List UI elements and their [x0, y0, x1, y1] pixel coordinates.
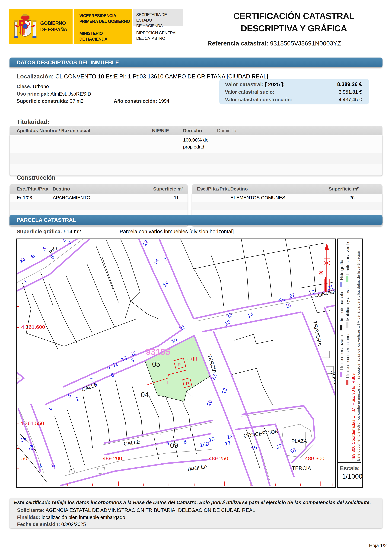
finalidad-label: Finalidad: — [17, 515, 40, 520]
legend-label: Límite de parcela — [339, 292, 344, 323]
logo-gobierno-box: GOBIERNO DE ESPAÑA — [9, 9, 72, 44]
construccion-left-header: Esc./Plta./Prta. Destino Superficie m² — [9, 184, 188, 194]
map-legend-panel: Límite de manzanaLímite de parcelaHidrog… — [337, 239, 363, 488]
map-label: 3 — [48, 406, 53, 413]
finalidad-row: Finalidad: localización bien inmueble em… — [17, 515, 125, 520]
left-row-esc: E/-1/03 — [17, 195, 32, 200]
left-col-esc: Esc./Plta./Prta. — [17, 184, 50, 194]
anio-label: Año construcción: — [114, 98, 157, 104]
section-parcela-title: PARCELA CATASTRAL — [17, 217, 76, 223]
superficie-label: Superficie construida: — [17, 98, 68, 104]
superficie-value: 37 m2 — [70, 98, 84, 104]
dept-line4: DE HACIENDA — [79, 36, 107, 42]
legend-column-a: Límite de manzanaLímite de parcelaHidrog… — [339, 260, 344, 382]
map-label: 489.300 — [305, 455, 324, 461]
map-label: 17 — [224, 440, 231, 447]
map-label: 80 — [18, 256, 26, 264]
vc-suelo-value: 3.951,81 € — [339, 89, 362, 95]
construccion-right-header: Esc./Plta./Prta. Destino Superficie m² — [192, 184, 383, 194]
brand-line1: GOBIERNO — [40, 20, 67, 26]
sub-line1: SECRETARÍA DE ESTADO — [136, 12, 183, 23]
ref-value: 9318505VJ8691N0003YZ — [270, 40, 341, 47]
solicitante-row: Solicitante: AGENCIA ESTATAL DE ADMINIST… — [17, 507, 255, 513]
footer-disclaimer: Este certificado refleja los datos incor… — [14, 500, 371, 505]
page: GOBIERNO DE ESPAÑA VICEPRESIDENCIA PRIME… — [0, 0, 392, 555]
right-col-superficie: Superficie m² — [329, 184, 359, 194]
clase-label: Clase: — [17, 84, 31, 89]
vc-value: 8.389,26 € — [337, 81, 362, 87]
solicitante-label: Solicitante: — [17, 507, 44, 513]
right-row-destino: ELEMENTOS COMUNES — [230, 195, 285, 200]
section-parcela-header: PARCELA CATASTRAL — [9, 215, 383, 225]
map-label: P — [186, 381, 189, 386]
map-label: 16 — [285, 302, 292, 309]
map-label: 15 — [250, 444, 258, 452]
map-label: CONCEPCION — [243, 428, 279, 439]
highlighted-parcel — [145, 336, 210, 401]
map-label: PIO — [48, 245, 58, 255]
section-datos-title: DATOS DESCRIPTIVOS DEL INMUEBLE — [17, 59, 119, 66]
legend-column-b: Límite de construccionesMobiliario y ace… — [345, 242, 350, 390]
anio-value: 1994 — [158, 98, 169, 104]
map-label: 10 — [208, 436, 215, 443]
uso-row: Uso principal: AlmEst.UsoRESID — [17, 91, 91, 97]
map-label: 28 — [289, 447, 297, 454]
dept-line3: MINISTERIO — [79, 31, 107, 36]
title-line2: DESCRIPTIVA Y GRÁFICA — [204, 22, 383, 35]
map-label: 93195 — [146, 347, 170, 357]
map-label: 7 — [22, 279, 29, 285]
map-label: 4.361.600 — [21, 324, 45, 330]
left-row-destino: APARCAMIENTO — [53, 195, 90, 200]
vc-suelo-label: Valor catastral suelo: — [225, 89, 274, 95]
referencia-catastral: Referencia catastral: 9318505VJ8691N0003… — [207, 40, 341, 47]
map-label: 8 — [130, 357, 135, 364]
map-label: 05 — [152, 360, 160, 368]
map-label: 2 — [37, 462, 43, 469]
solicitante-value: AGENCIA ESTATAL DE ADMINISTRACION TRIBUT… — [46, 507, 255, 513]
construccion-heading: Construcción — [17, 174, 56, 181]
map-label: 150 — [18, 455, 27, 461]
uso-value: AlmEst.UsoRESID — [50, 91, 91, 97]
catastro-box: DIRECCIÓN GENERAL DEL CATASTRO — [133, 27, 183, 44]
superficie-row: Superficie construida: 37 m2 — [17, 98, 84, 104]
localizacion-label: Localización: — [17, 73, 54, 80]
vc-construccion-value: 4.437,45 € — [339, 97, 362, 102]
spain-coat-of-arms-icon — [13, 12, 37, 41]
clase-value: Urbano — [33, 84, 49, 89]
legend-label: Límite de construcciones — [345, 333, 350, 378]
col-derecho: Derecho — [183, 126, 202, 135]
escala-box: Escala: 1/1000 — [338, 462, 361, 487]
map-label: TANILLA — [186, 463, 208, 473]
vc-year: [ 2025 ]: — [265, 81, 285, 87]
map-label: 09 — [170, 441, 178, 449]
document-title: CERTIFICACIÓN CATASTRAL DESCRIPTIVA Y GR… — [204, 10, 383, 35]
map-label: N — [318, 270, 325, 275]
titularidad-body: 100,00% de propiedad — [9, 135, 383, 175]
map-label: 2 — [75, 395, 80, 402]
left-row-superficie: 11 — [174, 195, 179, 200]
left-col-destino: Destino — [53, 184, 70, 194]
finalidad-value: localización bien inmueble embargado — [42, 515, 125, 520]
map-label: 13 — [20, 436, 27, 443]
clase-row: Clase: Urbano — [17, 84, 49, 89]
map-label: P — [178, 362, 181, 367]
fecha-value: 03/02/2025 — [61, 522, 86, 527]
map-label: PLAZA — [292, 438, 307, 444]
uso-label: Uso principal: — [17, 91, 50, 97]
map-label: 4 — [41, 246, 48, 252]
vc-construccion-label: Valor catastral construcción: — [225, 97, 292, 102]
parcela-nota: Parcela con varios inmuebles [division h… — [120, 228, 234, 234]
page-number: Hoja 1/2 — [369, 543, 387, 548]
col-nif: NIF/NIE — [152, 126, 169, 135]
map-label: 4.361.550 — [20, 420, 44, 426]
legend-label: Mobiliario y aceras — [345, 286, 350, 321]
map-label: TERCIA — [292, 465, 311, 471]
superficie-grafica-value: 514 m2 — [64, 228, 81, 234]
legend-swatch — [346, 322, 349, 328]
legend-swatch — [346, 276, 349, 282]
anio-row: Año construcción: 1994 — [114, 98, 169, 104]
map-label: 23 — [225, 312, 233, 320]
map-label: 6 — [30, 253, 36, 259]
right-row-superficie: 26 — [349, 195, 355, 200]
right-col-esc: Esc./Plta./Prta. — [197, 184, 230, 194]
